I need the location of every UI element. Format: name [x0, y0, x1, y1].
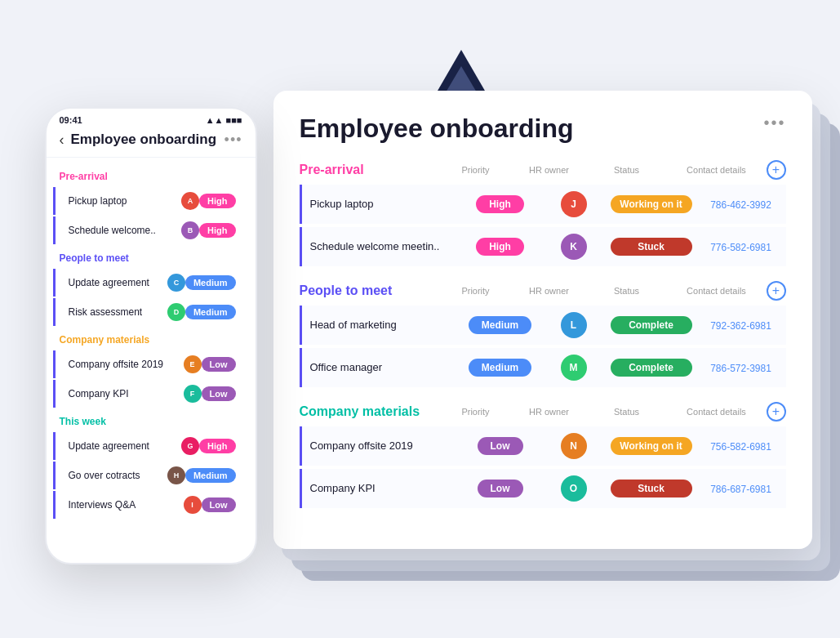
- phone-priority-badge: Medium: [185, 275, 236, 290]
- phone-more-icon[interactable]: •••: [224, 132, 242, 149]
- phone-priority-badge: High: [199, 439, 235, 453]
- phone-row[interactable]: Update agreementGHigh: [53, 432, 249, 460]
- phone-row[interactable]: Schedule welcome..BHigh: [53, 216, 249, 244]
- phone-task-name: Schedule welcome..: [69, 225, 182, 236]
- phone-title: Employee onboarding: [71, 132, 224, 148]
- table-row[interactable]: Pickup laptopHighJWorking on it786-462-3…: [300, 185, 786, 224]
- col-header-contact-details: Contact details: [672, 165, 762, 175]
- add-column-button[interactable]: +: [767, 281, 786, 301]
- phone-priority-badge: Low: [202, 497, 236, 512]
- contact-link[interactable]: 776-582-6981: [710, 242, 771, 253]
- desktop-table-section-people-to-meet: People to meetPriorityHR ownerStatusCont…: [300, 281, 786, 387]
- status-badge: Stuck: [611, 238, 692, 256]
- task-label: Head of marketing: [310, 319, 460, 331]
- contact-link[interactable]: 786-572-3981: [710, 363, 771, 374]
- phone-priority-badge: High: [199, 194, 235, 208]
- desktop-card: ••• Employee onboarding Pre-arrivalPrior…: [273, 91, 812, 549]
- col-header-hr-owner: HR owner: [517, 165, 582, 175]
- task-label: Company offsite 2019: [310, 439, 460, 452]
- status-badge: Complete: [611, 316, 692, 334]
- table-row[interactable]: Head of marketingMediumLComplete792-362-…: [300, 306, 786, 345]
- section-title: Pre-arrival: [300, 163, 435, 177]
- phone-task-name: Pickup laptop: [69, 195, 182, 207]
- table-row[interactable]: Company KPILowOStuck786-687-6981: [300, 469, 786, 508]
- contact-link[interactable]: 756-582-6981: [710, 441, 771, 453]
- col-headers: PriorityHR ownerStatusContact details+: [435, 160, 786, 180]
- status-badge: Complete: [611, 359, 692, 377]
- col-headers: PriorityHR ownerStatusContact details+: [435, 402, 786, 422]
- section-header-row: People to meetPriorityHR ownerStatusCont…: [300, 281, 786, 301]
- task-label: Pickup laptop: [310, 198, 460, 210]
- phone-mockup: 09:41 ▲▲ ■■■ ‹ Employee onboarding ••• P…: [45, 107, 257, 564]
- section-title: People to meet: [300, 283, 435, 298]
- contact-link[interactable]: 786-687-6981: [710, 484, 771, 495]
- phone-row[interactable]: Update agreementCMedium: [53, 269, 249, 297]
- phone-avatar: C: [167, 274, 185, 292]
- contact-link[interactable]: 792-362-6981: [710, 320, 771, 332]
- desktop-table-section-pre-arrival: Pre-arrivalPriorityHR ownerStatusContact…: [300, 160, 786, 266]
- desktop-sections: Pre-arrivalPriorityHR ownerStatusContact…: [300, 160, 786, 508]
- phone-icons: ▲▲ ■■■: [206, 115, 242, 125]
- phone-task-name: Go over cotracts: [69, 470, 167, 481]
- priority-badge: Medium: [469, 316, 531, 334]
- phone-avatar: D: [167, 303, 185, 321]
- phone-task-name: Update agreement: [69, 440, 182, 452]
- col-header-status: Status: [582, 165, 672, 175]
- col-header-priority: Priority: [435, 286, 517, 296]
- phone-task-name: Update agreement: [69, 277, 167, 288]
- col-header-status: Status: [582, 286, 672, 296]
- phone-section-label: Company materials: [47, 328, 256, 349]
- col-header-priority: Priority: [435, 165, 517, 175]
- contact-link[interactable]: 786-462-3992: [710, 199, 771, 211]
- col-header-status: Status: [582, 407, 672, 417]
- phone-row[interactable]: Pickup laptopAHigh: [53, 187, 249, 215]
- owner-avatar: J: [561, 191, 587, 217]
- phone-priority-badge: Medium: [185, 305, 236, 319]
- phone-avatar: G: [181, 437, 199, 455]
- status-badge: Stuck: [611, 480, 692, 497]
- col-header-hr-owner: HR owner: [517, 407, 582, 417]
- col-header-priority: Priority: [435, 407, 517, 417]
- phone-priority-badge: High: [199, 223, 235, 238]
- phone-priority-badge: Low: [202, 357, 236, 372]
- phone-row[interactable]: Go over cotractsHMedium: [53, 462, 249, 489]
- phone-priority-badge: Low: [202, 386, 236, 401]
- table-row[interactable]: Company offsite 2019LowNWorking on it756…: [300, 426, 786, 466]
- phone-content: Pre-arrivalPickup laptopAHighSchedule we…: [47, 158, 256, 547]
- phone-row[interactable]: Interviews Q&AILow: [53, 491, 249, 519]
- phone-task-name: Company offsite 2019: [69, 359, 184, 370]
- task-label: Schedule welcome meetin..: [310, 240, 460, 252]
- task-label: Company KPI: [310, 482, 460, 494]
- col-header-hr-owner: HR owner: [517, 286, 582, 296]
- section-header-row: Company materialsPriorityHR ownerStatusC…: [300, 402, 786, 422]
- section-header-row: Pre-arrivalPriorityHR ownerStatusContact…: [300, 160, 786, 180]
- phone-row[interactable]: Risk assessmentDMedium: [53, 298, 249, 326]
- card-title: Employee onboarding: [300, 114, 786, 144]
- phone-avatar: I: [184, 496, 202, 514]
- scene: 09:41 ▲▲ ■■■ ‹ Employee onboarding ••• P…: [29, 25, 812, 613]
- add-column-button[interactable]: +: [767, 160, 786, 180]
- task-label: Office manager: [310, 361, 460, 373]
- owner-avatar: N: [561, 433, 587, 459]
- priority-badge: High: [476, 195, 524, 213]
- owner-avatar: M: [561, 355, 587, 381]
- priority-badge: Low: [478, 437, 523, 455]
- back-icon[interactable]: ‹: [60, 132, 64, 149]
- phone-row[interactable]: Company offsite 2019ELow: [53, 350, 249, 378]
- phone-row[interactable]: Company KPIFLow: [53, 380, 249, 408]
- owner-avatar: O: [561, 475, 587, 502]
- phone-priority-badge: Medium: [185, 468, 236, 483]
- priority-badge: Low: [478, 480, 523, 497]
- phone-task-name: Company KPI: [69, 388, 184, 399]
- table-row[interactable]: Office managerMediumMComplete786-572-398…: [300, 348, 786, 387]
- owner-avatar: L: [561, 312, 587, 338]
- phone-section-label: This week: [47, 409, 256, 431]
- phone-avatar: H: [167, 466, 185, 484]
- table-row[interactable]: Schedule welcome meetin..HighKStuck776-5…: [300, 227, 786, 266]
- add-column-button[interactable]: +: [767, 402, 786, 422]
- priority-badge: High: [476, 238, 524, 256]
- phone-section-label: Pre-arrival: [47, 164, 256, 185]
- phone-status-bar: 09:41 ▲▲ ■■■: [47, 109, 256, 128]
- card-more-icon[interactable]: •••: [763, 114, 785, 132]
- priority-badge: Medium: [469, 359, 531, 377]
